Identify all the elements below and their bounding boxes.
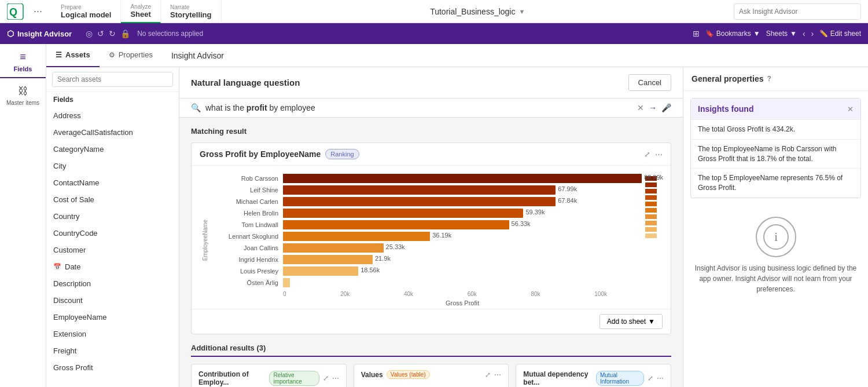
field-item[interactable]: Discount [46,292,179,309]
nav-analyze[interactable]: Analyze Sheet [121,0,161,23]
content-area: ☰ Assets ⚙ Properties Insight Advisor Fi… [46,44,868,387]
qlik-logo-icon: Q [7,3,24,20]
search-clear-icon[interactable]: ✕ [637,103,644,112]
sheets-button[interactable]: Sheets ▼ [766,30,797,38]
bar-fill [283,185,556,195]
bar-label: Louis Presley [214,268,283,275]
field-item[interactable]: CategoryName [46,141,179,158]
undo-icon[interactable]: ↺ [97,29,104,38]
field-item[interactable]: Cost of Sale [46,191,179,208]
expand-card-icon[interactable]: ⤢ [323,374,329,382]
insight-advisor-tab-label: Insight Advisor [171,44,224,67]
field-item[interactable]: Extension [46,326,179,342]
crosshair-icon[interactable]: ◎ [86,29,93,38]
small-card-title: Values [361,371,383,379]
bar-value: 21.9k [375,255,668,262]
bar-row: Louis Presley 18.56k [214,266,642,276]
bar-label: Rob Carsson [214,175,283,182]
bar-fill [283,243,384,253]
bar-label: Östen Ärlig [214,279,283,286]
nl-question-title: Natural language question [191,78,300,87]
svg-text:i: i [774,229,777,244]
field-item[interactable]: Address [46,107,179,124]
bar-row: Leif Shine 67.99k [214,185,642,195]
more-card-icon[interactable]: ⋯ [657,374,664,382]
expand-card-icon[interactable]: ⤢ [485,371,491,379]
field-item[interactable]: Country [46,208,179,225]
results-area: Matching result Gross Profit by Employee… [179,118,683,387]
bar-chart: Rob Carsson 88.99k Leif Shine 67.99k Mic… [214,174,642,287]
bar-container: 36.19k [283,232,642,241]
lock-icon[interactable]: 🔒 [120,29,130,38]
tab-properties[interactable]: ⚙ Properties [100,44,162,67]
more-card-icon[interactable]: ⋯ [494,371,501,379]
more-options-icon[interactable]: ⋯ [655,150,663,159]
sidebar-search-area [46,67,179,92]
bar-row: Helen Brolin 59.39k [214,209,642,218]
search-mic-icon[interactable]: 🎤 [661,103,671,112]
edit-sheet-button[interactable]: ✏️ Edit sheet [819,30,861,38]
bar-label: Joan Callins [214,244,283,251]
field-item[interactable]: EmployeeName [46,309,179,326]
bar-row: Östen Ärlig [214,278,642,287]
chart-area: EmployeeName Rob Carsson 88.99k Leif Shi… [192,166,671,309]
bookmarks-button[interactable]: 🔖 Bookmarks ▼ [705,30,760,38]
grid-icon[interactable]: ⊞ [693,29,700,38]
field-item[interactable]: ContactName [46,174,179,191]
card-badge: Values (table) [387,370,430,379]
add-to-sheet-button[interactable]: Add to sheet ▼ [599,314,663,329]
field-item[interactable]: Gross Profit [46,359,179,376]
dropdown-arrow-icon: ▼ [648,317,655,326]
left-tab-fields[interactable]: ≡ Fields [0,46,46,78]
sidebar-search-input[interactable] [52,72,173,87]
assets-tab-icon: ☰ [56,51,62,59]
bar-container: 88.99k [283,174,642,183]
more-card-icon[interactable]: ⋯ [332,374,339,382]
field-item[interactable]: 📅Date [46,258,179,275]
bar-value: 36.19k [432,232,668,239]
expand-icon[interactable]: ⤢ [644,150,650,159]
cancel-button[interactable]: Cancel [628,74,671,91]
legend-mini [645,176,663,306]
nav-right-icon[interactable]: › [811,29,814,38]
bar-container: 67.99k [283,185,642,195]
search-submit-icon[interactable]: → [649,103,657,112]
nav-prepare[interactable]: Prepare Logical model [52,0,121,23]
card-icons: ⤢ ⋯ [485,371,501,379]
bar-fill [283,255,373,264]
insights-close-icon[interactable]: ✕ [847,105,854,114]
left-tab-master-items[interactable]: ⛓ Master items [0,81,46,111]
calendar-icon: 📅 [53,263,61,271]
legend-mini-item [645,227,657,232]
ask-insight-input[interactable] [734,3,861,20]
nav-dots[interactable]: ··· [34,5,42,17]
tab-assets[interactable]: ☰ Assets [46,44,100,67]
left-tab-panel: ≡ Fields ⛓ Master items [0,44,46,387]
pencil-icon: ✏️ [819,30,828,38]
bar-fill [283,209,523,218]
chart-card-header: Gross Profit by EmployeeName Ranking ⤢ ⋯ [192,143,671,166]
small-card-header: Contribution of Employ... Relative impor… [198,370,339,386]
field-item[interactable]: Customer [46,242,179,258]
expand-card-icon[interactable]: ⤢ [648,374,653,382]
bar-row: Lennart Skoglund 36.19k [214,232,642,241]
body-layout: ≡ Fields ⛓ Master items ☰ Assets ⚙ Prope… [0,44,868,387]
field-item[interactable]: CountryCode [46,225,179,242]
right-panel: General properties ? Insights found ✕ Th… [683,67,868,387]
insight-advisor-info: i Insight Advisor is using business logi… [683,210,868,301]
chart-card-footer: Add to sheet ▼ [192,309,671,334]
nav-narrate[interactable]: Narrate Storytelling [161,0,222,23]
bar-fill [283,266,358,276]
help-icon[interactable]: ? [767,75,771,83]
nav-left-icon[interactable]: ‹ [803,29,806,38]
insight-bar-icons: ◎ ↺ ↻ 🔒 No selections applied [86,29,203,38]
insight-items-container: The total Gross Profit is 434.2k.The top… [691,119,860,198]
bookmark-icon: 🔖 [705,30,714,38]
field-item[interactable]: City [46,158,179,174]
field-item[interactable]: Description [46,275,179,292]
small-card-title: Contribution of Employ... [198,370,266,386]
field-item[interactable]: Freight [46,342,179,359]
field-item[interactable]: AverageCallSatisfaction [46,124,179,141]
search-query-display[interactable]: what is the profit by employee [205,103,632,112]
redo-icon[interactable]: ↻ [109,29,116,38]
